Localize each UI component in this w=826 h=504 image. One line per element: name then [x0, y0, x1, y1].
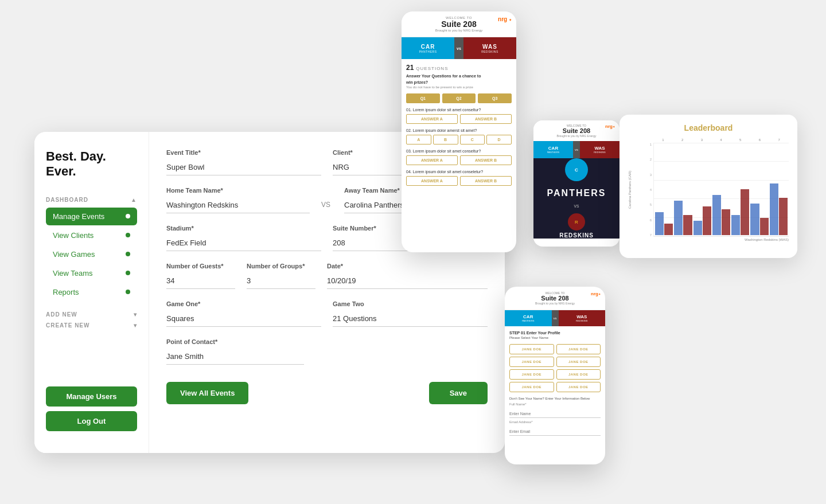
event-title-input[interactable] [166, 159, 321, 175]
q3-answer-a[interactable]: ANSWER A [406, 155, 458, 165]
phone-profile: WELCOME TO Suite 208 Brought to you by N… [505, 287, 605, 464]
game-one-label: Game One* [166, 300, 321, 307]
team-was: WAS REDSKINS [463, 37, 516, 59]
date-input[interactable] [327, 273, 488, 289]
name-btn-4[interactable]: JANE DOE [556, 357, 601, 367]
poc-label: Point of Contact* [166, 338, 304, 345]
q-tabs: Q1 Q2 Q3 [406, 93, 512, 103]
redskins-logo-icon: R [568, 213, 585, 230]
x-axis-label: Washington Redskins (WAS) [636, 238, 789, 241]
phone1-by: Brought to you by NRG Energy [406, 29, 512, 32]
q4-answers: ANSWER A ANSWER B [406, 176, 512, 186]
name-btn-6[interactable]: JANE DOE [556, 369, 601, 380]
game-one-field: Game One* Squares [166, 300, 321, 327]
sidebar-item-reports[interactable]: Reports [46, 283, 137, 301]
chevron-down-icon: ▾ [134, 322, 137, 329]
game-two-select[interactable]: 21 Questions [333, 311, 488, 327]
guests-input[interactable] [166, 273, 235, 289]
vs-label: VS [321, 187, 333, 213]
event-title-field: Event Title* [166, 149, 321, 175]
name-btn-2[interactable]: JANE DOE [556, 344, 601, 354]
email-input[interactable] [509, 428, 601, 436]
sidebar-item-view-clients[interactable]: View Clients [46, 226, 137, 244]
home-team-field: Home Team Name* Washington Redskins [166, 187, 310, 213]
redskins-text: REDSKINS [559, 232, 594, 239]
q2-answer-b[interactable]: B [433, 135, 458, 144]
game-one-select[interactable]: Squares [166, 311, 321, 327]
name-btn-3[interactable]: JANE DOE [509, 357, 554, 367]
phone2-by: Brought to you by NRG Energy [538, 134, 615, 138]
alt-text: Don't See Your Name? Enter Your Informat… [509, 397, 601, 400]
create-new-section[interactable]: CREATE NEW ▾ [46, 322, 137, 329]
q-tab-3[interactable]: Q3 [478, 93, 512, 103]
stadium-select[interactable]: FedEx Field [166, 235, 321, 251]
q2-answer-a[interactable]: A [406, 135, 431, 144]
full-name-input[interactable] [509, 410, 601, 418]
team-was-name: REDSKINS [481, 50, 498, 53]
dot-icon [126, 252, 130, 256]
q2-answers: A B C D [406, 135, 512, 144]
questions-count: 21 [406, 64, 414, 72]
game-two-label: Game Two [333, 300, 488, 307]
groups-label: Number of Groups* [247, 263, 315, 269]
sidebar-item-manage-events[interactable]: Manage Events [46, 208, 137, 225]
groups-field: Number of Groups* [247, 263, 315, 289]
chart-container: Carolina Panthers (CAR) 1 2 3 4 5 6 7 12… [628, 138, 789, 241]
phone3-by: Brought to you by NRG Energy [509, 302, 601, 305]
questions-note: You do not have to be present to win a p… [406, 85, 512, 89]
date-field: Date* [327, 263, 488, 289]
name-grid: JANE DOE JANE DOE JANE DOE JANE DOE JANE… [509, 344, 601, 392]
q3-answers: ANSWER A ANSWER B [406, 155, 512, 165]
name-btn-7[interactable]: JANE DOE [509, 382, 554, 392]
sidebar-item-view-teams[interactable]: View Teams [46, 264, 137, 282]
win-prizes: win prizes? [406, 80, 512, 84]
team-car-name: PANTHERS [419, 50, 437, 53]
q-tab-2[interactable]: Q2 [442, 93, 476, 103]
poc-select[interactable]: Jane Smith [166, 349, 304, 365]
q1-answer-b[interactable]: ANSWER B [460, 114, 512, 124]
sidebar-item-view-games[interactable]: View Games [46, 245, 137, 263]
full-name-label: Full Name* [509, 403, 601, 406]
add-new-section[interactable]: ADD NEW ▾ [46, 311, 137, 318]
q4-answer-a[interactable]: ANSWER A [406, 176, 458, 186]
home-team-select[interactable]: Washington Redskins [166, 197, 310, 213]
phone2-vs: vs [573, 141, 580, 158]
save-button[interactable]: Save [429, 382, 488, 404]
panthers-vs: vs [574, 203, 579, 209]
phone3-body: STEP 01 Enter Your Profile Please Select… [505, 326, 605, 443]
panthers-logo-area: C [565, 158, 588, 183]
q1-answer-a[interactable]: ANSWER A [406, 114, 458, 124]
dot-icon [126, 290, 130, 294]
leaderboard-title: Leaderboard [628, 123, 789, 132]
q2-answer-d[interactable]: D [486, 135, 512, 144]
phone-panthers: WELCOME TO Suite 208 Brought to you by N… [533, 120, 620, 247]
groups-input[interactable] [247, 273, 315, 289]
phone3-nrg: nrg✦ [591, 291, 601, 296]
phone2-body: C PANTHERS vs R REDSKINS [533, 158, 620, 239]
name-btn-1[interactable]: JANE DOE [509, 344, 554, 354]
questions-subtitle: Answer Your Questions for a chance to [406, 74, 512, 78]
view-all-events-button[interactable]: View All Events [166, 382, 248, 404]
step-sublabel: Please Select Your Name [509, 336, 601, 339]
team-was-abbr: WAS [482, 44, 497, 50]
stadium-field: Stadium* FedEx Field [166, 225, 321, 251]
q3-answer-b[interactable]: ANSWER B [460, 155, 512, 165]
team-vs: vs [454, 37, 463, 59]
step-label: STEP 01 Enter Your Profile [509, 331, 601, 335]
home-team-label: Home Team Name* [166, 187, 310, 194]
q-tab-1[interactable]: Q1 [406, 93, 440, 103]
phone3-was: WAS REDSKINS [559, 310, 606, 326]
dot-icon [126, 233, 130, 237]
manage-users-button[interactable]: Manage Users [46, 386, 137, 407]
log-out-button[interactable]: Log Out [46, 411, 137, 431]
phone-questions: WELCOME TO Suite 208 Brought to you by N… [402, 11, 516, 252]
q1-text: 01. Lorem ipsum dolor sit amet conseltur… [406, 108, 512, 112]
q4-answer-b[interactable]: ANSWER B [460, 176, 512, 186]
form-row-4: Number of Guests* Number of Groups* Date… [166, 263, 488, 289]
q2-answer-c[interactable]: C [460, 135, 485, 144]
name-btn-5[interactable]: JANE DOE [509, 369, 554, 380]
chevron-up-icon: ▲ [131, 197, 137, 203]
name-btn-8[interactable]: JANE DOE [556, 382, 601, 392]
dot-icon [126, 271, 130, 275]
panthers-text: PANTHERS [547, 188, 606, 198]
